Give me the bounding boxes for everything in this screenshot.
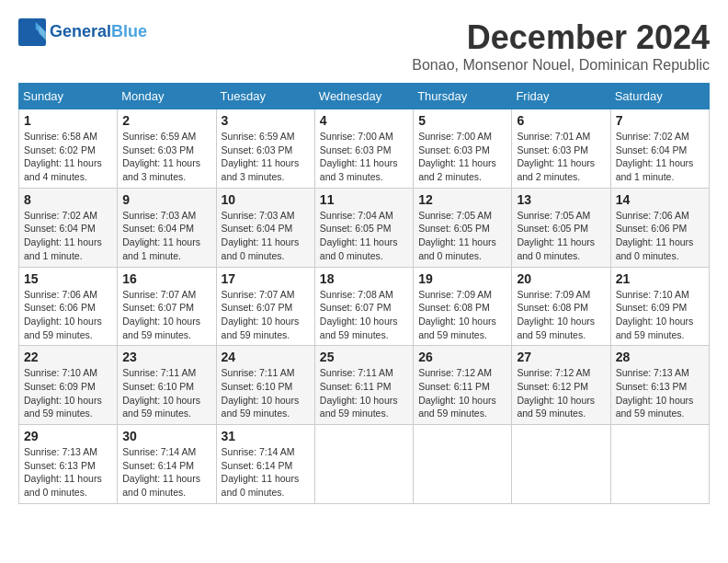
cell-info: Sunset: 6:04 PM (24, 222, 112, 236)
day-number: 31 (222, 429, 310, 443)
cell-info: Sunrise: 7:02 AM (24, 209, 112, 223)
cell-info: Sunset: 6:13 PM (616, 380, 704, 394)
day-number: 27 (517, 350, 605, 364)
cell-info: Daylight: 11 hours and 1 minute. (24, 236, 112, 262)
cell-info: Daylight: 11 hours and 3 minutes. (122, 156, 210, 183)
cell-info: Sunset: 6:10 PM (122, 380, 210, 394)
cell-info: Sunset: 6:06 PM (616, 222, 704, 236)
cell-info: Sunset: 6:05 PM (320, 222, 408, 236)
day-number: 26 (418, 350, 506, 364)
cell-info: Daylight: 11 hours and 0 minutes. (517, 236, 605, 262)
cell-info: Sunrise: 7:13 AM (24, 445, 112, 459)
cell-info: Daylight: 10 hours and 59 minutes. (24, 315, 112, 341)
day-number: 15 (24, 271, 112, 286)
week-row-3: 15Sunrise: 7:06 AMSunset: 6:06 PMDayligh… (19, 267, 710, 346)
cell-info: Sunset: 6:12 PM (517, 380, 605, 394)
calendar-cell: 31Sunrise: 7:14 AMSunset: 6:14 PMDayligh… (216, 425, 314, 504)
cell-info: Sunrise: 7:07 AM (122, 288, 210, 302)
calendar-cell: 1Sunrise: 6:58 AMSunset: 6:02 PMDaylight… (19, 109, 118, 189)
cell-info: Sunrise: 7:00 AM (320, 130, 408, 144)
location: Bonao, Monsenor Nouel, Dominican Republi… (412, 57, 710, 74)
cell-info: Sunrise: 7:01 AM (517, 130, 605, 144)
week-row-1: 1Sunrise: 6:58 AMSunset: 6:02 PMDaylight… (19, 109, 710, 189)
day-number: 22 (24, 350, 112, 364)
cell-info: Sunset: 6:04 PM (122, 222, 210, 236)
week-row-4: 22Sunrise: 7:10 AMSunset: 6:09 PMDayligh… (19, 346, 710, 425)
logo-text: GeneralBlue (50, 22, 147, 42)
cell-info: Sunset: 6:11 PM (418, 380, 506, 394)
cell-info: Sunset: 6:07 PM (122, 301, 210, 315)
day-number: 23 (122, 350, 210, 364)
cell-info: Sunset: 6:09 PM (24, 380, 112, 394)
header-row: SundayMondayTuesdayWednesdayThursdayFrid… (19, 84, 710, 109)
cell-info: Sunset: 6:07 PM (222, 301, 310, 315)
cell-info: Daylight: 10 hours and 59 minutes. (222, 394, 310, 420)
header-day-sunday: Sunday (19, 84, 118, 109)
month-title: December 2024 (412, 18, 710, 57)
cell-info: Sunrise: 7:10 AM (616, 288, 704, 302)
cell-info: Sunrise: 6:58 AM (24, 130, 112, 144)
cell-info: Daylight: 11 hours and 0 minutes. (222, 236, 310, 262)
calendar-cell: 23Sunrise: 7:11 AMSunset: 6:10 PMDayligh… (118, 346, 216, 425)
calendar-cell: 17Sunrise: 7:07 AMSunset: 6:07 PMDayligh… (216, 267, 314, 346)
header-day-saturday: Saturday (610, 84, 709, 109)
day-number: 12 (418, 192, 506, 207)
cell-info: Daylight: 11 hours and 1 minute. (616, 156, 704, 183)
day-number: 28 (616, 350, 704, 364)
day-number: 5 (418, 113, 506, 128)
cell-info: Sunrise: 7:00 AM (418, 130, 506, 144)
cell-info: Sunset: 6:10 PM (222, 380, 310, 394)
calendar-cell: 15Sunrise: 7:06 AMSunset: 6:06 PMDayligh… (19, 267, 118, 346)
cell-info: Sunrise: 7:05 AM (517, 209, 605, 223)
day-number: 13 (517, 192, 605, 207)
calendar-cell (512, 425, 610, 504)
calendar-cell: 13Sunrise: 7:05 AMSunset: 6:05 PMDayligh… (512, 188, 610, 267)
cell-info: Sunset: 6:05 PM (517, 222, 605, 236)
logo-icon (18, 18, 46, 46)
calendar-cell: 3Sunrise: 6:59 AMSunset: 6:03 PMDaylight… (216, 109, 314, 189)
cell-info: Sunrise: 7:11 AM (320, 366, 408, 380)
cell-info: Sunrise: 7:08 AM (320, 288, 408, 302)
cell-info: Daylight: 11 hours and 0 minutes. (320, 236, 408, 262)
cell-info: Sunrise: 7:11 AM (222, 366, 310, 380)
header-day-friday: Friday (512, 84, 610, 109)
day-number: 18 (320, 271, 408, 286)
cell-info: Sunset: 6:03 PM (320, 144, 408, 157)
day-number: 4 (320, 113, 408, 128)
day-number: 7 (616, 113, 704, 128)
day-number: 3 (222, 113, 310, 128)
day-number: 25 (320, 350, 408, 364)
cell-info: Sunrise: 7:03 AM (122, 209, 210, 223)
cell-info: Sunset: 6:14 PM (122, 459, 210, 473)
cell-info: Sunrise: 7:02 AM (616, 130, 704, 144)
day-number: 14 (616, 192, 704, 207)
cell-info: Sunrise: 7:03 AM (222, 209, 310, 223)
cell-info: Sunset: 6:08 PM (418, 301, 506, 315)
cell-info: Sunrise: 6:59 AM (222, 130, 310, 144)
day-number: 1 (24, 113, 112, 128)
cell-info: Sunrise: 7:09 AM (418, 288, 506, 302)
cell-info: Sunset: 6:11 PM (320, 380, 408, 394)
calendar-cell (414, 425, 512, 504)
calendar-cell: 2Sunrise: 6:59 AMSunset: 6:03 PMDaylight… (118, 109, 216, 189)
day-number: 9 (122, 192, 210, 207)
cell-info: Daylight: 10 hours and 59 minutes. (122, 315, 210, 341)
cell-info: Daylight: 11 hours and 1 minute. (122, 236, 210, 262)
calendar-cell (314, 425, 413, 504)
cell-info: Sunset: 6:08 PM (517, 301, 605, 315)
cell-info: Sunset: 6:03 PM (418, 144, 506, 157)
cell-info: Daylight: 10 hours and 59 minutes. (616, 315, 704, 341)
calendar-cell: 7Sunrise: 7:02 AMSunset: 6:04 PMDaylight… (610, 109, 709, 189)
cell-info: Sunrise: 7:06 AM (24, 288, 112, 302)
day-number: 29 (24, 429, 112, 443)
cell-info: Sunset: 6:05 PM (418, 222, 506, 236)
calendar-cell: 28Sunrise: 7:13 AMSunset: 6:13 PMDayligh… (610, 346, 709, 425)
cell-info: Sunrise: 7:12 AM (418, 366, 506, 380)
day-number: 19 (418, 271, 506, 286)
calendar-cell: 29Sunrise: 7:13 AMSunset: 6:13 PMDayligh… (19, 425, 118, 504)
day-number: 2 (122, 113, 210, 128)
cell-info: Sunrise: 7:14 AM (122, 445, 210, 459)
day-number: 30 (122, 429, 210, 443)
cell-info: Sunrise: 7:05 AM (418, 209, 506, 223)
day-number: 11 (320, 192, 408, 207)
